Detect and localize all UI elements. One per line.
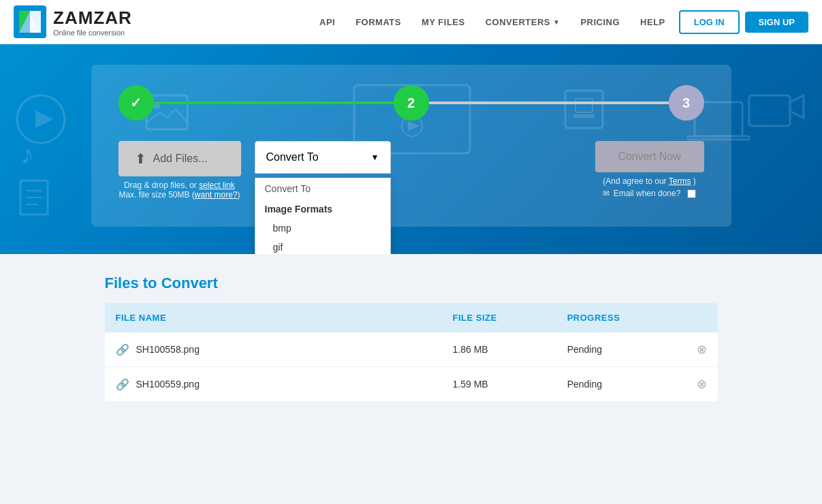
add-files-column: ⬆ Add Files... Drag & drop files, or sel… xyxy=(118,141,241,200)
brand-tagline: Online file conversion xyxy=(53,29,132,37)
remove-file-2-button[interactable]: ⊗ xyxy=(697,377,707,392)
svg-rect-13 xyxy=(749,95,790,126)
files-table-header: FILE NAME FILE SIZE PROGRESS xyxy=(105,303,718,332)
col-file-name: FILE NAME xyxy=(105,303,442,332)
nav-converters[interactable]: CONVERTERS ▼ xyxy=(486,17,560,27)
want-more-link[interactable]: want more? xyxy=(195,190,238,200)
select-link[interactable]: select link xyxy=(199,180,235,190)
convert-now-subtitle: (And agree to our Terms ) xyxy=(603,176,696,186)
upload-icon: ⬆ xyxy=(135,151,146,167)
email-checkbox[interactable] xyxy=(687,189,696,198)
zamzar-logo-icon xyxy=(14,5,46,38)
format-gif[interactable]: gif xyxy=(255,238,390,254)
signup-button[interactable]: SIGN UP xyxy=(745,12,808,33)
files-table: FILE NAME FILE SIZE PROGRESS 🔗 SH100558.… xyxy=(105,303,718,401)
file-remove-2-cell: ⊗ xyxy=(686,367,718,402)
nav-links: API FORMATS MY FILES CONVERTERS ▼ PRICIN… xyxy=(319,17,665,27)
convert-to-arrow-icon: ▼ xyxy=(371,153,379,162)
remove-file-1-button[interactable]: ⊗ xyxy=(697,342,707,357)
logo: ZAMZAR Online file conversion xyxy=(14,5,132,38)
convert-to-trigger[interactable]: Convert To ▼ xyxy=(255,141,391,174)
step-1-circle: ✓ xyxy=(118,85,154,121)
convert-now-column: Convert Now (And agree to our Terms ) ✉ … xyxy=(595,141,704,198)
files-section: Files to Convert FILE NAME FILE SIZE PRO… xyxy=(91,274,731,401)
col-progress: PROGRESS xyxy=(556,303,686,332)
file-name-cell-1: 🔗 SH100558.png xyxy=(105,332,442,367)
steps-row: ✓ 2 3 xyxy=(118,85,704,121)
brand-name: ZAMZAR xyxy=(53,7,132,29)
controls-row: ⬆ Add Files... Drag & drop files, or sel… xyxy=(118,141,704,200)
terms-link[interactable]: Terms xyxy=(669,176,691,186)
file-status-1: Pending xyxy=(556,332,686,367)
files-title: Files to Convert xyxy=(105,274,718,292)
step-line-1-2 xyxy=(154,101,394,104)
nav-help[interactable]: HELP xyxy=(640,17,665,27)
svg-rect-9 xyxy=(20,180,48,215)
file-name-cell-2: 🔗 SH100559.png xyxy=(105,367,442,402)
step-2-circle: 2 xyxy=(394,85,429,121)
file-remove-1-cell: ⊗ xyxy=(686,332,718,367)
add-files-button[interactable]: ⬆ Add Files... xyxy=(118,141,241,176)
image-formats-label: Image Formats xyxy=(255,200,390,219)
table-row: 🔗 SH100558.png 1.86 MB Pending ⊗ xyxy=(105,332,718,367)
file-status-2: Pending xyxy=(556,367,686,402)
converters-dropdown-arrow: ▼ xyxy=(553,18,560,26)
nav-my-files[interactable]: MY FILES xyxy=(422,17,465,27)
svg-text:♪: ♪ xyxy=(20,139,34,169)
step-3-circle: 3 xyxy=(669,85,704,121)
file-size-1: 1.86 MB xyxy=(442,332,556,367)
nav-pricing[interactable]: PRICING xyxy=(580,17,620,27)
file-icon-1: 🔗 xyxy=(116,343,129,356)
col-actions xyxy=(686,303,718,332)
dropdown-header: Convert To xyxy=(255,178,390,200)
nav-api[interactable]: API xyxy=(319,17,335,27)
login-button[interactable]: LOG IN xyxy=(679,10,740,34)
svg-marker-5 xyxy=(35,110,53,128)
hero-section: ♪ ✓ 2 3 xyxy=(0,44,822,254)
file-size-2: 1.59 MB xyxy=(442,367,556,402)
file-icon-2: 🔗 xyxy=(116,378,129,391)
add-files-subtitle: Drag & drop files, or select link Max. f… xyxy=(118,180,240,200)
nav-formats[interactable]: FORMATS xyxy=(355,17,401,27)
convert-now-button[interactable]: Convert Now xyxy=(595,141,704,172)
convert-to-column: Convert To ▼ Convert To Image Formats bm… xyxy=(255,141,582,174)
email-icon: ✉ xyxy=(603,189,610,198)
email-when-done-row: ✉ Email when done? xyxy=(603,189,697,198)
table-row: 🔗 SH100559.png 1.59 MB Pending ⊗ xyxy=(105,367,718,402)
svg-point-4 xyxy=(17,95,65,143)
step-line-2-3 xyxy=(429,101,669,104)
navbar: ZAMZAR Online file conversion API FORMAT… xyxy=(0,0,822,44)
files-table-body: 🔗 SH100558.png 1.86 MB Pending ⊗ 🔗 SH100… xyxy=(105,332,718,401)
format-bmp[interactable]: bmp xyxy=(255,219,390,238)
col-file-size: FILE SIZE xyxy=(442,303,556,332)
hero-card: ✓ 2 3 ⬆ Add Files... Drag & drop files, … xyxy=(91,65,731,227)
svg-marker-14 xyxy=(790,95,804,118)
convert-to-dropdown: Convert To Image Formats bmp gif ico jpg… xyxy=(255,178,391,254)
